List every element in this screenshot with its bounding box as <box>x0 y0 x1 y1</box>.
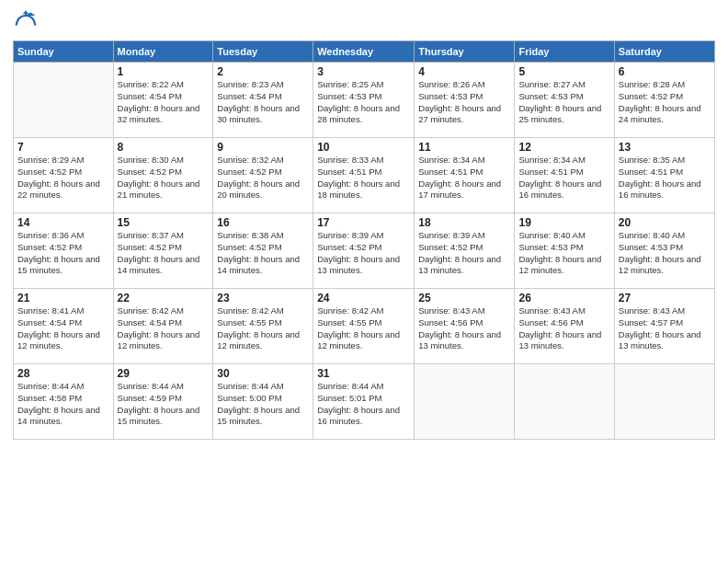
calendar-cell: 18Sunrise: 8:39 AMSunset: 4:52 PMDayligh… <box>415 213 515 289</box>
day-number: 29 <box>118 367 210 380</box>
calendar-week-5: 28Sunrise: 8:44 AMSunset: 4:58 PMDayligh… <box>14 364 715 440</box>
day-number: 19 <box>518 216 609 229</box>
calendar-cell: 27Sunrise: 8:43 AMSunset: 4:57 PMDayligh… <box>614 289 714 364</box>
logo-icon <box>13 9 39 35</box>
day-info: Sunrise: 8:36 AMSunset: 4:52 PMDaylight:… <box>17 230 109 277</box>
calendar-cell: 5Sunrise: 8:27 AMSunset: 4:53 PMDaylight… <box>515 63 614 138</box>
day-number: 20 <box>619 216 711 229</box>
day-info: Sunrise: 8:33 AMSunset: 4:51 PMDaylight:… <box>317 155 410 201</box>
svg-marker-0 <box>23 11 29 15</box>
calendar-cell: 6Sunrise: 8:28 AMSunset: 4:52 PMDaylight… <box>614 63 714 138</box>
day-info: Sunrise: 8:44 AMSunset: 5:00 PMDaylight:… <box>217 381 309 428</box>
day-info: Sunrise: 8:34 AMSunset: 4:51 PMDaylight:… <box>418 155 510 201</box>
day-info: Sunrise: 8:22 AMSunset: 4:54 PMDaylight:… <box>118 79 210 126</box>
calendar-cell <box>415 364 515 440</box>
day-number: 22 <box>118 292 210 304</box>
day-number: 25 <box>418 292 510 304</box>
day-info: Sunrise: 8:43 AMSunset: 4:56 PMDaylight:… <box>518 305 609 352</box>
calendar-week-4: 21Sunrise: 8:41 AMSunset: 4:54 PMDayligh… <box>14 289 715 364</box>
day-number: 14 <box>17 216 109 229</box>
day-number: 12 <box>518 141 609 154</box>
day-number: 24 <box>317 292 410 304</box>
calendar-cell: 28Sunrise: 8:44 AMSunset: 4:58 PMDayligh… <box>14 364 114 440</box>
day-number: 10 <box>317 141 410 154</box>
calendar-table: SundayMondayTuesdayWednesdayThursdayFrid… <box>13 40 715 440</box>
calendar-cell: 15Sunrise: 8:37 AMSunset: 4:52 PMDayligh… <box>113 213 213 289</box>
header-day-saturday: Saturday <box>614 41 714 63</box>
day-number: 5 <box>518 65 609 78</box>
calendar-cell: 30Sunrise: 8:44 AMSunset: 5:00 PMDayligh… <box>213 364 313 440</box>
header-day-monday: Monday <box>113 41 213 63</box>
header-day-friday: Friday <box>515 41 614 63</box>
day-number: 30 <box>217 367 309 380</box>
calendar-cell: 4Sunrise: 8:26 AMSunset: 4:53 PMDaylight… <box>415 63 515 138</box>
day-info: Sunrise: 8:23 AMSunset: 4:54 PMDaylight:… <box>217 79 309 126</box>
calendar-cell: 10Sunrise: 8:33 AMSunset: 4:51 PMDayligh… <box>313 138 415 213</box>
day-info: Sunrise: 8:38 AMSunset: 4:52 PMDaylight:… <box>217 230 309 277</box>
calendar-cell: 9Sunrise: 8:32 AMSunset: 4:52 PMDaylight… <box>213 138 313 213</box>
day-info: Sunrise: 8:44 AMSunset: 4:58 PMDaylight:… <box>17 381 109 428</box>
header-day-tuesday: Tuesday <box>213 41 313 63</box>
day-info: Sunrise: 8:43 AMSunset: 4:57 PMDaylight:… <box>619 305 711 352</box>
calendar-cell: 21Sunrise: 8:41 AMSunset: 4:54 PMDayligh… <box>14 289 114 364</box>
day-info: Sunrise: 8:27 AMSunset: 4:53 PMDaylight:… <box>518 79 609 126</box>
day-info: Sunrise: 8:29 AMSunset: 4:52 PMDaylight:… <box>17 155 109 201</box>
calendar-week-1: 1Sunrise: 8:22 AMSunset: 4:54 PMDaylight… <box>14 63 715 138</box>
calendar-week-3: 14Sunrise: 8:36 AMSunset: 4:52 PMDayligh… <box>14 213 715 289</box>
logo <box>13 9 42 35</box>
calendar-cell: 29Sunrise: 8:44 AMSunset: 4:59 PMDayligh… <box>113 364 213 440</box>
day-info: Sunrise: 8:25 AMSunset: 4:53 PMDaylight:… <box>317 79 410 126</box>
day-info: Sunrise: 8:40 AMSunset: 4:53 PMDaylight:… <box>619 230 711 277</box>
day-number: 1 <box>118 65 210 78</box>
day-info: Sunrise: 8:43 AMSunset: 4:56 PMDaylight:… <box>418 305 510 352</box>
day-number: 4 <box>418 65 510 78</box>
calendar-cell: 2Sunrise: 8:23 AMSunset: 4:54 PMDaylight… <box>213 63 313 138</box>
day-number: 23 <box>217 292 309 304</box>
day-number: 6 <box>619 65 711 78</box>
day-number: 17 <box>317 216 410 229</box>
calendar-cell: 31Sunrise: 8:44 AMSunset: 5:01 PMDayligh… <box>313 364 415 440</box>
day-number: 18 <box>418 216 510 229</box>
day-info: Sunrise: 8:39 AMSunset: 4:52 PMDaylight:… <box>418 230 510 277</box>
calendar-cell: 20Sunrise: 8:40 AMSunset: 4:53 PMDayligh… <box>614 213 714 289</box>
calendar-cell: 25Sunrise: 8:43 AMSunset: 4:56 PMDayligh… <box>415 289 515 364</box>
day-info: Sunrise: 8:42 AMSunset: 4:55 PMDaylight:… <box>217 305 309 352</box>
day-info: Sunrise: 8:44 AMSunset: 4:59 PMDaylight:… <box>118 381 210 428</box>
day-number: 11 <box>418 141 510 154</box>
calendar-cell: 16Sunrise: 8:38 AMSunset: 4:52 PMDayligh… <box>213 213 313 289</box>
header-day-sunday: Sunday <box>14 41 114 63</box>
day-info: Sunrise: 8:40 AMSunset: 4:53 PMDaylight:… <box>518 230 609 277</box>
calendar-cell: 12Sunrise: 8:34 AMSunset: 4:51 PMDayligh… <box>515 138 614 213</box>
day-info: Sunrise: 8:42 AMSunset: 4:54 PMDaylight:… <box>118 305 210 352</box>
day-number: 21 <box>17 292 109 304</box>
day-info: Sunrise: 8:28 AMSunset: 4:52 PMDaylight:… <box>619 79 711 126</box>
header <box>13 9 715 35</box>
day-number: 2 <box>217 65 309 78</box>
calendar-cell: 11Sunrise: 8:34 AMSunset: 4:51 PMDayligh… <box>415 138 515 213</box>
calendar-cell: 23Sunrise: 8:42 AMSunset: 4:55 PMDayligh… <box>213 289 313 364</box>
calendar-cell: 13Sunrise: 8:35 AMSunset: 4:51 PMDayligh… <box>614 138 714 213</box>
calendar-cell <box>614 364 714 440</box>
day-info: Sunrise: 8:37 AMSunset: 4:52 PMDaylight:… <box>118 230 210 277</box>
day-info: Sunrise: 8:35 AMSunset: 4:51 PMDaylight:… <box>619 155 711 201</box>
calendar-cell: 19Sunrise: 8:40 AMSunset: 4:53 PMDayligh… <box>515 213 614 289</box>
calendar-cell <box>515 364 614 440</box>
day-info: Sunrise: 8:41 AMSunset: 4:54 PMDaylight:… <box>17 305 109 352</box>
day-number: 15 <box>118 216 210 229</box>
day-info: Sunrise: 8:26 AMSunset: 4:53 PMDaylight:… <box>418 79 510 126</box>
page: SundayMondayTuesdayWednesdayThursdayFrid… <box>0 0 728 563</box>
calendar-cell: 24Sunrise: 8:42 AMSunset: 4:55 PMDayligh… <box>313 289 415 364</box>
day-info: Sunrise: 8:44 AMSunset: 5:01 PMDaylight:… <box>317 381 410 428</box>
day-number: 26 <box>518 292 609 304</box>
calendar-cell: 22Sunrise: 8:42 AMSunset: 4:54 PMDayligh… <box>113 289 213 364</box>
day-number: 7 <box>17 141 109 154</box>
day-number: 8 <box>118 141 210 154</box>
day-number: 9 <box>217 141 309 154</box>
day-number: 28 <box>17 367 109 380</box>
day-info: Sunrise: 8:39 AMSunset: 4:52 PMDaylight:… <box>317 230 410 277</box>
calendar-cell: 1Sunrise: 8:22 AMSunset: 4:54 PMDaylight… <box>113 63 213 138</box>
calendar-body: 1Sunrise: 8:22 AMSunset: 4:54 PMDaylight… <box>14 63 715 440</box>
day-number: 16 <box>217 216 309 229</box>
header-row: SundayMondayTuesdayWednesdayThursdayFrid… <box>14 41 715 63</box>
calendar-cell: 7Sunrise: 8:29 AMSunset: 4:52 PMDaylight… <box>14 138 114 213</box>
